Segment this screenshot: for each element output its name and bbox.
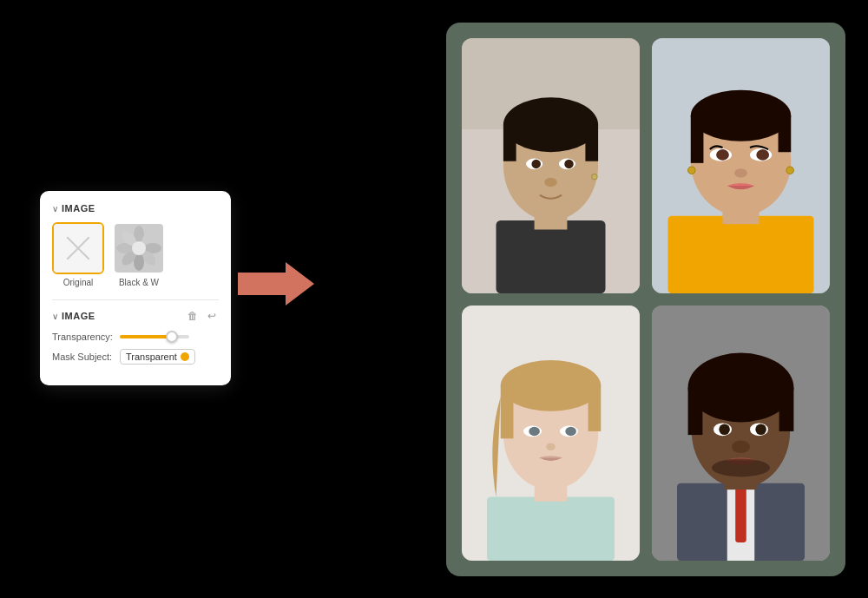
svg-point-29	[691, 90, 792, 141]
section2-title: IMAGE	[62, 311, 95, 321]
transparency-row: Transparency:	[52, 332, 219, 342]
svg-rect-13	[496, 220, 606, 293]
svg-rect-58	[688, 388, 703, 436]
portrait-4-image	[652, 306, 830, 561]
bw-preview	[115, 224, 163, 273]
svg-point-34	[716, 149, 729, 161]
section2-header-left: ∨ IMAGE	[52, 311, 95, 321]
portrait-1-image	[462, 38, 640, 293]
svg-rect-31	[779, 115, 792, 152]
svg-point-37	[786, 167, 793, 174]
svg-rect-54	[735, 488, 746, 542]
photo-4	[652, 306, 830, 561]
svg-marker-10	[238, 262, 314, 306]
svg-point-49	[565, 427, 576, 437]
bw-thumb[interactable]	[113, 222, 165, 274]
svg-point-24	[544, 178, 557, 187]
svg-rect-18	[585, 125, 598, 161]
image-panel: ∨ IMAGE Original	[40, 191, 231, 385]
chevron2-icon: ∨	[52, 312, 58, 321]
bw-option[interactable]: Black & W	[113, 222, 165, 287]
svg-rect-30	[691, 115, 704, 163]
original-thumb[interactable]	[52, 222, 104, 274]
mask-value-button[interactable]: Transparent	[120, 349, 195, 365]
original-preview	[54, 224, 102, 273]
svg-point-62	[719, 424, 730, 436]
transparency-label: Transparency:	[52, 332, 115, 342]
svg-point-43	[501, 360, 602, 411]
mask-dot-icon	[181, 352, 189, 361]
svg-point-16	[503, 97, 598, 152]
svg-point-63	[755, 424, 766, 436]
svg-rect-44	[501, 385, 514, 438]
section-icons: 🗑 ↩	[186, 309, 219, 323]
photo-1	[462, 38, 640, 293]
arrow-container	[238, 260, 316, 307]
photo-3	[462, 306, 640, 561]
divider	[52, 299, 219, 300]
section1-header: ∨ IMAGE	[52, 203, 219, 214]
svg-point-50	[546, 444, 556, 450]
svg-rect-17	[503, 125, 516, 161]
mask-row: Mask Subject: Transparent	[52, 349, 219, 365]
image-options: Original	[52, 222, 219, 287]
svg-point-23	[592, 174, 597, 179]
svg-point-35	[756, 149, 769, 161]
mask-label: Mask Subject:	[52, 352, 115, 362]
section1-title: IMAGE	[62, 203, 95, 214]
portrait-3-image	[462, 306, 640, 561]
svg-point-21	[531, 160, 541, 169]
x-icon	[62, 233, 94, 264]
svg-rect-45	[589, 385, 602, 431]
svg-point-65	[712, 458, 770, 476]
svg-rect-40	[487, 497, 615, 562]
svg-point-64	[732, 440, 750, 453]
svg-point-36	[688, 167, 695, 174]
section2-header: ∨ IMAGE 🗑 ↩	[52, 309, 219, 323]
svg-rect-26	[668, 216, 814, 293]
bw-label: Black & W	[119, 278, 159, 287]
svg-rect-59	[779, 388, 794, 431]
slider-thumb[interactable]	[166, 331, 178, 343]
portrait-2-image	[652, 38, 830, 293]
right-arrow-icon	[238, 260, 316, 307]
photo-2	[652, 38, 830, 293]
svg-point-22	[564, 160, 574, 169]
original-label: Original	[63, 278, 93, 287]
svg-point-57	[688, 353, 794, 423]
photo-panel	[446, 23, 845, 576]
mask-value-text: Transparent	[126, 352, 177, 362]
transparency-slider[interactable]	[120, 335, 219, 338]
slider-track	[120, 335, 189, 338]
svg-point-38	[734, 168, 747, 178]
trash-icon[interactable]: 🗑	[186, 309, 200, 323]
svg-point-48	[529, 427, 540, 437]
chevron-icon: ∨	[52, 204, 58, 214]
svg-point-9	[132, 241, 146, 255]
original-option[interactable]: Original	[52, 222, 104, 287]
flower-icon	[115, 224, 163, 273]
undo-icon[interactable]: ↩	[205, 309, 219, 323]
